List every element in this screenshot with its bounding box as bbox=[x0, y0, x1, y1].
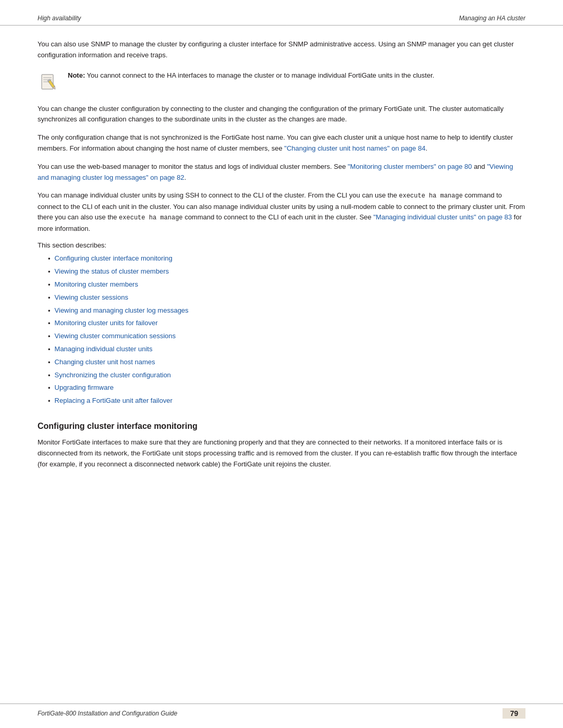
bullet-link-5[interactable]: Monitoring cluster units for failover bbox=[55, 318, 158, 329]
para5-text1: You can manage individual cluster units … bbox=[38, 191, 399, 199]
para4-end: . bbox=[184, 174, 186, 181]
paragraph-5: You can manage individual cluster units … bbox=[38, 190, 525, 234]
note-text: Note: You cannot connect to the HA inter… bbox=[68, 70, 434, 81]
bullet-item-9: Synchronizing the cluster configuration bbox=[48, 370, 525, 381]
bullet-link-10[interactable]: Upgrading firmware bbox=[55, 382, 114, 393]
bullet-item-7: Managing individual cluster units bbox=[48, 344, 525, 355]
para4-text1: You can use the web-based manager to mon… bbox=[38, 163, 348, 170]
bullet-item-2: Monitoring cluster members bbox=[48, 279, 525, 291]
page-header: High availability Managing an HA cluster bbox=[0, 0, 563, 26]
bullet-link-1[interactable]: Viewing the status of cluster members bbox=[55, 266, 169, 277]
bullet-item-10: Upgrading firmware bbox=[48, 382, 525, 394]
para5-code2: execute ha manage bbox=[119, 214, 182, 221]
section-describes-label: This section describes: bbox=[38, 241, 525, 249]
para3-text1: The only configuration change that is no… bbox=[38, 133, 513, 152]
bullet-item-4: Viewing and managing cluster log message… bbox=[48, 305, 525, 317]
bullet-item-8: Changing cluster unit host names bbox=[48, 357, 525, 368]
bullet-link-7[interactable]: Managing individual cluster units bbox=[55, 344, 153, 355]
note-box: Note: You cannot connect to the HA inter… bbox=[38, 70, 525, 94]
para3-link[interactable]: "Changing cluster unit host names" on pa… bbox=[284, 144, 425, 152]
para3-end: . bbox=[425, 144, 427, 152]
main-content: You can also use SNMP to manage the clus… bbox=[0, 26, 563, 498]
bullet-link-11[interactable]: Replacing a FortiGate unit after failove… bbox=[55, 396, 173, 406]
bullet-link-0[interactable]: Configuring cluster interface monitoring bbox=[55, 253, 173, 264]
bullet-item-6: Viewing cluster communication sessions bbox=[48, 331, 525, 342]
bullet-item-11: Replacing a FortiGate unit after failove… bbox=[48, 396, 525, 407]
bullet-item-0: Configuring cluster interface monitoring bbox=[48, 253, 525, 265]
paragraph-2: You can change the cluster configuration… bbox=[38, 104, 525, 126]
bullet-list: Configuring cluster interface monitoring… bbox=[48, 253, 525, 407]
bullet-link-2[interactable]: Monitoring cluster members bbox=[55, 279, 138, 290]
footer-title: FortiGate-800 Installation and Configura… bbox=[38, 710, 177, 717]
header-right: Managing an HA cluster bbox=[459, 15, 525, 22]
bullet-link-6[interactable]: Viewing cluster communication sessions bbox=[55, 331, 176, 342]
para5-mid2: command to connect to the CLI of each un… bbox=[183, 213, 374, 221]
note-bold: Note: bbox=[68, 71, 85, 79]
bullet-item-5: Monitoring cluster units for failover bbox=[48, 318, 525, 329]
bullet-link-8[interactable]: Changing cluster unit host names bbox=[55, 357, 155, 368]
paragraph-3: The only configuration change that is no… bbox=[38, 132, 525, 154]
para4-mid: and bbox=[472, 163, 487, 170]
paragraph-1: You can also use SNMP to manage the clus… bbox=[38, 39, 525, 61]
note-body: You cannot connect to the HA interfaces … bbox=[85, 71, 434, 79]
page: High availability Managing an HA cluster… bbox=[0, 0, 563, 728]
bullet-item-3: Viewing cluster sessions bbox=[48, 292, 525, 304]
bullet-link-3[interactable]: Viewing cluster sessions bbox=[55, 292, 128, 303]
subsection-paragraph: Monitor FortiGate interfaces to make sur… bbox=[38, 437, 525, 470]
page-number: 79 bbox=[503, 708, 525, 719]
subsection-heading: Configuring cluster interface monitoring bbox=[38, 422, 525, 431]
note-icon bbox=[38, 71, 60, 94]
paragraph-4: You can use the web-based manager to mon… bbox=[38, 162, 525, 183]
para5-code1: execute ha manage bbox=[399, 192, 462, 200]
para4-link1[interactable]: "Monitoring cluster members" on page 80 bbox=[348, 163, 472, 170]
bullet-link-4[interactable]: Viewing and managing cluster log message… bbox=[55, 305, 189, 316]
bullet-item-1: Viewing the status of cluster members bbox=[48, 266, 525, 278]
para5-link[interactable]: "Managing individual cluster units" on p… bbox=[373, 213, 512, 221]
bullet-link-9[interactable]: Synchronizing the cluster configuration bbox=[55, 370, 171, 381]
page-footer: FortiGate-800 Installation and Configura… bbox=[0, 704, 563, 728]
header-left: High availability bbox=[38, 15, 81, 22]
